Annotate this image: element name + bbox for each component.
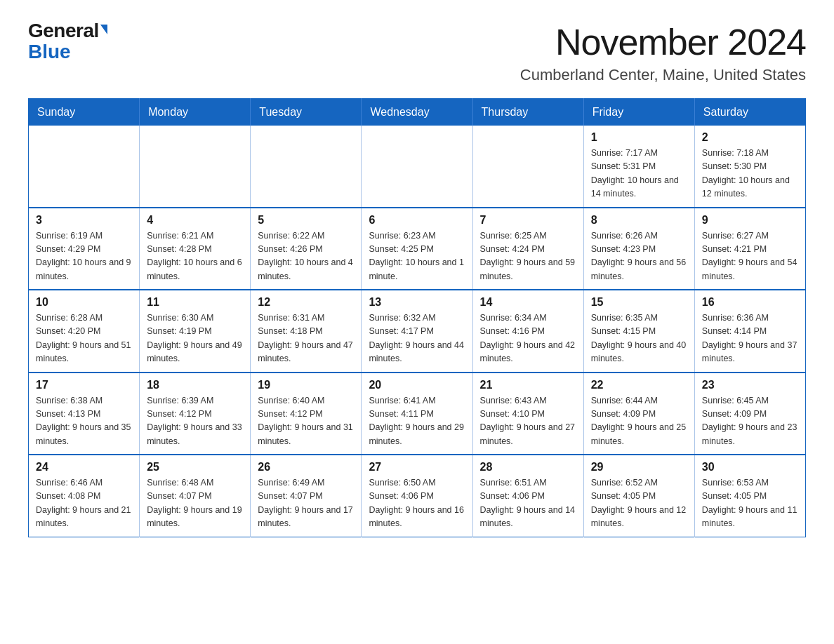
day-number: 16 (702, 296, 798, 309)
day-number: 20 (369, 379, 465, 391)
day-info: Sunrise: 6:36 AM Sunset: 4:14 PM Dayligh… (702, 311, 798, 366)
day-info: Sunrise: 6:28 AM Sunset: 4:20 PM Dayligh… (36, 311, 132, 366)
day-number: 14 (480, 296, 576, 309)
calendar-cell: 8Sunrise: 6:26 AM Sunset: 4:23 PM Daylig… (583, 208, 694, 290)
day-number: 25 (147, 461, 243, 474)
calendar-cell: 21Sunrise: 6:43 AM Sunset: 4:10 PM Dayli… (472, 373, 583, 455)
day-number: 26 (258, 461, 354, 474)
day-number: 19 (258, 379, 354, 391)
calendar-cell: 18Sunrise: 6:39 AM Sunset: 4:12 PM Dayli… (140, 373, 251, 455)
day-number: 5 (258, 214, 354, 227)
day-number: 6 (369, 214, 465, 227)
day-number: 11 (147, 296, 243, 309)
day-info: Sunrise: 6:40 AM Sunset: 4:12 PM Dayligh… (258, 394, 354, 449)
calendar-cell: 6Sunrise: 6:23 AM Sunset: 4:25 PM Daylig… (362, 208, 472, 290)
calendar-cell: 12Sunrise: 6:31 AM Sunset: 4:18 PM Dayli… (251, 290, 362, 373)
day-info: Sunrise: 6:19 AM Sunset: 4:29 PM Dayligh… (36, 229, 132, 284)
calendar-cell: 9Sunrise: 6:27 AM Sunset: 4:21 PM Daylig… (694, 208, 805, 290)
day-number: 30 (702, 461, 798, 474)
day-info: Sunrise: 6:23 AM Sunset: 4:25 PM Dayligh… (369, 229, 465, 284)
calendar-table: SundayMondayTuesdayWednesdayThursdayFrid… (28, 98, 806, 537)
day-info: Sunrise: 6:30 AM Sunset: 4:19 PM Dayligh… (147, 311, 243, 366)
calendar-cell: 25Sunrise: 6:48 AM Sunset: 4:07 PM Dayli… (140, 455, 251, 537)
title-area: November 2024 Cumberland Center, Maine, … (520, 21, 806, 84)
calendar-cell: 19Sunrise: 6:40 AM Sunset: 4:12 PM Dayli… (251, 373, 362, 455)
logo-blue-text: Blue (28, 42, 71, 62)
day-number: 13 (369, 296, 465, 309)
day-info: Sunrise: 6:38 AM Sunset: 4:13 PM Dayligh… (36, 394, 132, 449)
day-number: 9 (702, 214, 798, 227)
calendar-cell: 20Sunrise: 6:41 AM Sunset: 4:11 PM Dayli… (362, 373, 472, 455)
day-info: Sunrise: 6:34 AM Sunset: 4:16 PM Dayligh… (480, 311, 576, 366)
day-info: Sunrise: 6:45 AM Sunset: 4:09 PM Dayligh… (702, 394, 798, 449)
weekday-header-saturday: Saturday (694, 99, 805, 126)
day-number: 8 (591, 214, 687, 227)
calendar-week-row: 3Sunrise: 6:19 AM Sunset: 4:29 PM Daylig… (29, 208, 806, 290)
calendar-week-row: 24Sunrise: 6:46 AM Sunset: 4:08 PM Dayli… (29, 455, 806, 537)
day-number: 7 (480, 214, 576, 227)
day-info: Sunrise: 6:44 AM Sunset: 4:09 PM Dayligh… (591, 394, 687, 449)
weekday-header-friday: Friday (583, 99, 694, 126)
calendar-cell (29, 126, 140, 208)
calendar-cell: 26Sunrise: 6:49 AM Sunset: 4:07 PM Dayli… (251, 455, 362, 537)
day-info: Sunrise: 6:25 AM Sunset: 4:24 PM Dayligh… (480, 229, 576, 284)
day-info: Sunrise: 6:46 AM Sunset: 4:08 PM Dayligh… (36, 476, 132, 531)
calendar-body: 1Sunrise: 7:17 AM Sunset: 5:31 PM Daylig… (29, 126, 806, 537)
day-info: Sunrise: 6:52 AM Sunset: 4:05 PM Dayligh… (591, 476, 687, 531)
logo-general-text: General (28, 21, 107, 41)
month-title: November 2024 (520, 21, 806, 63)
calendar-cell: 2Sunrise: 7:18 AM Sunset: 5:30 PM Daylig… (694, 126, 805, 208)
day-number: 22 (591, 379, 687, 391)
day-number: 3 (36, 214, 132, 227)
weekday-header-row: SundayMondayTuesdayWednesdayThursdayFrid… (29, 99, 806, 126)
day-number: 24 (36, 461, 132, 474)
weekday-header-sunday: Sunday (29, 99, 140, 126)
day-info: Sunrise: 6:27 AM Sunset: 4:21 PM Dayligh… (702, 229, 798, 284)
day-number: 23 (702, 379, 798, 391)
day-number: 18 (147, 379, 243, 391)
day-info: Sunrise: 6:49 AM Sunset: 4:07 PM Dayligh… (258, 476, 354, 531)
day-info: Sunrise: 6:22 AM Sunset: 4:26 PM Dayligh… (258, 229, 354, 284)
day-number: 21 (480, 379, 576, 391)
weekday-header-tuesday: Tuesday (251, 99, 362, 126)
calendar-cell (362, 126, 472, 208)
calendar-cell: 3Sunrise: 6:19 AM Sunset: 4:29 PM Daylig… (29, 208, 140, 290)
calendar-week-row: 17Sunrise: 6:38 AM Sunset: 4:13 PM Dayli… (29, 373, 806, 455)
calendar-cell: 24Sunrise: 6:46 AM Sunset: 4:08 PM Dayli… (29, 455, 140, 537)
day-info: Sunrise: 6:31 AM Sunset: 4:18 PM Dayligh… (258, 311, 354, 366)
weekday-header-wednesday: Wednesday (362, 99, 472, 126)
day-number: 2 (702, 131, 798, 144)
calendar-cell: 1Sunrise: 7:17 AM Sunset: 5:31 PM Daylig… (583, 126, 694, 208)
calendar-cell: 22Sunrise: 6:44 AM Sunset: 4:09 PM Dayli… (583, 373, 694, 455)
page-header: General Blue November 2024 Cumberland Ce… (28, 21, 806, 84)
calendar-cell (251, 126, 362, 208)
calendar-cell: 10Sunrise: 6:28 AM Sunset: 4:20 PM Dayli… (29, 290, 140, 373)
day-info: Sunrise: 6:26 AM Sunset: 4:23 PM Dayligh… (591, 229, 687, 284)
calendar-week-row: 10Sunrise: 6:28 AM Sunset: 4:20 PM Dayli… (29, 290, 806, 373)
calendar-cell: 11Sunrise: 6:30 AM Sunset: 4:19 PM Dayli… (140, 290, 251, 373)
day-number: 15 (591, 296, 687, 309)
day-info: Sunrise: 6:48 AM Sunset: 4:07 PM Dayligh… (147, 476, 243, 531)
calendar-cell: 5Sunrise: 6:22 AM Sunset: 4:26 PM Daylig… (251, 208, 362, 290)
calendar-cell: 13Sunrise: 6:32 AM Sunset: 4:17 PM Dayli… (362, 290, 472, 373)
day-info: Sunrise: 7:18 AM Sunset: 5:30 PM Dayligh… (702, 147, 798, 201)
day-number: 10 (36, 296, 132, 309)
day-info: Sunrise: 6:32 AM Sunset: 4:17 PM Dayligh… (369, 311, 465, 366)
location-subtitle: Cumberland Center, Maine, United States (520, 66, 806, 84)
day-number: 28 (480, 461, 576, 474)
calendar-cell: 27Sunrise: 6:50 AM Sunset: 4:06 PM Dayli… (362, 455, 472, 537)
calendar-header: SundayMondayTuesdayWednesdayThursdayFrid… (29, 99, 806, 126)
calendar-cell: 15Sunrise: 6:35 AM Sunset: 4:15 PM Dayli… (583, 290, 694, 373)
day-info: Sunrise: 6:43 AM Sunset: 4:10 PM Dayligh… (480, 394, 576, 449)
calendar-cell: 7Sunrise: 6:25 AM Sunset: 4:24 PM Daylig… (472, 208, 583, 290)
logo-triangle-icon (100, 25, 107, 34)
day-info: Sunrise: 6:51 AM Sunset: 4:06 PM Dayligh… (480, 476, 576, 531)
calendar-cell: 28Sunrise: 6:51 AM Sunset: 4:06 PM Dayli… (472, 455, 583, 537)
day-number: 12 (258, 296, 354, 309)
calendar-cell (472, 126, 583, 208)
day-info: Sunrise: 7:17 AM Sunset: 5:31 PM Dayligh… (591, 147, 687, 201)
calendar-cell (140, 126, 251, 208)
day-number: 27 (369, 461, 465, 474)
day-info: Sunrise: 6:50 AM Sunset: 4:06 PM Dayligh… (369, 476, 465, 531)
calendar-cell: 17Sunrise: 6:38 AM Sunset: 4:13 PM Dayli… (29, 373, 140, 455)
